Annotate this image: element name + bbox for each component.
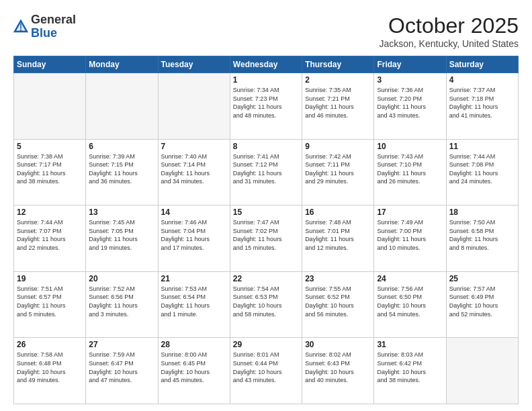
- day-number: 16: [305, 208, 371, 217]
- weekday-header-thursday: Thursday: [302, 56, 374, 73]
- calendar-cell: 1Sunrise: 7:34 AM Sunset: 7:23 PM Daylig…: [230, 73, 302, 140]
- day-info: Sunrise: 7:44 AM Sunset: 7:07 PM Dayligh…: [17, 218, 83, 252]
- day-number: 19: [17, 274, 83, 283]
- week-row-5: 26Sunrise: 7:58 AM Sunset: 6:48 PM Dayli…: [14, 338, 519, 404]
- calendar-cell: 14Sunrise: 7:46 AM Sunset: 7:04 PM Dayli…: [158, 205, 230, 272]
- day-number: 30: [305, 340, 371, 349]
- calendar-cell: 7Sunrise: 7:40 AM Sunset: 7:14 PM Daylig…: [158, 139, 230, 205]
- calendar-cell: 20Sunrise: 7:52 AM Sunset: 6:56 PM Dayli…: [86, 271, 158, 338]
- day-number: 27: [89, 340, 154, 349]
- calendar-cell: 11Sunrise: 7:44 AM Sunset: 7:08 PM Dayli…: [446, 139, 518, 205]
- calendar-cell: 15Sunrise: 7:47 AM Sunset: 7:02 PM Dayli…: [230, 205, 302, 272]
- day-number: 25: [449, 274, 515, 283]
- calendar-cell: 17Sunrise: 7:49 AM Sunset: 7:00 PM Dayli…: [374, 205, 446, 272]
- day-info: Sunrise: 7:54 AM Sunset: 6:53 PM Dayligh…: [233, 285, 299, 318]
- logo-blue-text: Blue: [31, 26, 57, 40]
- calendar-cell: 31Sunrise: 8:03 AM Sunset: 6:42 PM Dayli…: [374, 338, 446, 404]
- day-info: Sunrise: 8:03 AM Sunset: 6:42 PM Dayligh…: [377, 351, 443, 384]
- day-info: Sunrise: 7:41 AM Sunset: 7:12 PM Dayligh…: [233, 152, 299, 186]
- weekday-header-row: SundayMondayTuesdayWednesdayThursdayFrid…: [14, 56, 519, 73]
- day-number: 6: [89, 142, 154, 151]
- header: General Blue October 2025 Jackson, Kentu…: [13, 13, 519, 49]
- title-block: October 2025 Jackson, Kentucky, United S…: [379, 13, 519, 49]
- day-number: 31: [377, 340, 443, 349]
- calendar-cell: 26Sunrise: 7:58 AM Sunset: 6:48 PM Dayli…: [14, 338, 86, 404]
- weekday-header-wednesday: Wednesday: [230, 56, 302, 73]
- day-number: 2: [305, 75, 371, 85]
- day-info: Sunrise: 7:56 AM Sunset: 6:50 PM Dayligh…: [377, 285, 443, 318]
- day-number: 22: [233, 274, 299, 283]
- day-number: 24: [377, 274, 443, 283]
- day-info: Sunrise: 7:58 AM Sunset: 6:48 PM Dayligh…: [17, 351, 83, 384]
- day-number: 7: [161, 142, 227, 151]
- calendar-cell: 25Sunrise: 7:57 AM Sunset: 6:49 PM Dayli…: [446, 271, 518, 338]
- weekday-header-monday: Monday: [86, 56, 158, 73]
- calendar-cell: 2Sunrise: 7:35 AM Sunset: 7:21 PM Daylig…: [302, 73, 374, 140]
- calendar-cell: 9Sunrise: 7:42 AM Sunset: 7:11 PM Daylig…: [302, 139, 374, 205]
- logo-icon: [13, 19, 28, 34]
- calendar-cell: 13Sunrise: 7:45 AM Sunset: 7:05 PM Dayli…: [86, 205, 158, 272]
- day-info: Sunrise: 7:46 AM Sunset: 7:04 PM Dayligh…: [161, 218, 227, 252]
- calendar-cell: [158, 73, 230, 140]
- day-number: 17: [377, 208, 443, 217]
- calendar-cell: 3Sunrise: 7:36 AM Sunset: 7:20 PM Daylig…: [374, 73, 446, 140]
- day-number: 12: [17, 208, 83, 217]
- calendar-cell: 12Sunrise: 7:44 AM Sunset: 7:07 PM Dayli…: [14, 205, 86, 272]
- weekday-header-saturday: Saturday: [446, 56, 518, 73]
- day-number: 20: [89, 274, 154, 283]
- day-info: Sunrise: 7:45 AM Sunset: 7:05 PM Dayligh…: [89, 218, 154, 252]
- day-info: Sunrise: 7:52 AM Sunset: 6:56 PM Dayligh…: [89, 285, 154, 318]
- calendar-cell: 5Sunrise: 7:38 AM Sunset: 7:17 PM Daylig…: [14, 139, 86, 205]
- day-info: Sunrise: 7:38 AM Sunset: 7:17 PM Dayligh…: [17, 152, 83, 186]
- day-number: 18: [449, 208, 515, 217]
- day-info: Sunrise: 7:57 AM Sunset: 6:49 PM Dayligh…: [449, 285, 515, 318]
- day-info: Sunrise: 8:01 AM Sunset: 6:44 PM Dayligh…: [233, 351, 299, 384]
- day-number: 10: [377, 142, 443, 151]
- calendar-cell: 21Sunrise: 7:53 AM Sunset: 6:54 PM Dayli…: [158, 271, 230, 338]
- day-info: Sunrise: 8:02 AM Sunset: 6:43 PM Dayligh…: [305, 351, 371, 384]
- day-info: Sunrise: 7:37 AM Sunset: 7:18 PM Dayligh…: [449, 86, 515, 120]
- calendar-cell: 8Sunrise: 7:41 AM Sunset: 7:12 PM Daylig…: [230, 139, 302, 205]
- calendar-cell: 4Sunrise: 7:37 AM Sunset: 7:18 PM Daylig…: [446, 73, 518, 140]
- day-number: 14: [161, 208, 227, 217]
- calendar-cell: 16Sunrise: 7:48 AM Sunset: 7:01 PM Dayli…: [302, 205, 374, 272]
- day-number: 15: [233, 208, 299, 217]
- logo: General Blue: [13, 13, 76, 40]
- week-row-4: 19Sunrise: 7:51 AM Sunset: 6:57 PM Dayli…: [14, 271, 519, 338]
- calendar-cell: 29Sunrise: 8:01 AM Sunset: 6:44 PM Dayli…: [230, 338, 302, 404]
- day-number: 5: [17, 142, 83, 151]
- day-info: Sunrise: 7:53 AM Sunset: 6:54 PM Dayligh…: [161, 285, 227, 318]
- day-info: Sunrise: 7:39 AM Sunset: 7:15 PM Dayligh…: [89, 152, 154, 186]
- day-number: 26: [17, 340, 83, 349]
- day-number: 3: [377, 75, 443, 85]
- week-row-1: 1Sunrise: 7:34 AM Sunset: 7:23 PM Daylig…: [14, 73, 519, 140]
- day-number: 21: [161, 274, 227, 283]
- day-info: Sunrise: 7:43 AM Sunset: 7:10 PM Dayligh…: [377, 152, 443, 186]
- day-number: 11: [449, 142, 515, 151]
- calendar-cell: 23Sunrise: 7:55 AM Sunset: 6:52 PM Dayli…: [302, 271, 374, 338]
- calendar-cell: 18Sunrise: 7:50 AM Sunset: 6:58 PM Dayli…: [446, 205, 518, 272]
- week-row-2: 5Sunrise: 7:38 AM Sunset: 7:17 PM Daylig…: [14, 139, 519, 205]
- day-info: Sunrise: 7:48 AM Sunset: 7:01 PM Dayligh…: [305, 218, 371, 252]
- calendar-cell: 30Sunrise: 8:02 AM Sunset: 6:43 PM Dayli…: [302, 338, 374, 404]
- day-info: Sunrise: 7:51 AM Sunset: 6:57 PM Dayligh…: [17, 285, 83, 318]
- day-info: Sunrise: 7:55 AM Sunset: 6:52 PM Dayligh…: [305, 285, 371, 318]
- day-number: 23: [305, 274, 371, 283]
- weekday-header-tuesday: Tuesday: [158, 56, 230, 73]
- day-number: 29: [233, 340, 299, 349]
- day-number: 13: [89, 208, 154, 217]
- calendar-table: SundayMondayTuesdayWednesdayThursdayFrid…: [13, 56, 519, 404]
- day-info: Sunrise: 8:00 AM Sunset: 6:45 PM Dayligh…: [161, 351, 227, 384]
- calendar-cell: 10Sunrise: 7:43 AM Sunset: 7:10 PM Dayli…: [374, 139, 446, 205]
- calendar-cell: 27Sunrise: 7:59 AM Sunset: 6:47 PM Dayli…: [86, 338, 158, 404]
- calendar-cell: [14, 73, 86, 140]
- day-number: 8: [233, 142, 299, 151]
- page: General Blue October 2025 Jackson, Kentu…: [0, 0, 532, 411]
- day-number: 9: [305, 142, 371, 151]
- calendar-cell: 19Sunrise: 7:51 AM Sunset: 6:57 PM Dayli…: [14, 271, 86, 338]
- calendar-cell: 22Sunrise: 7:54 AM Sunset: 6:53 PM Dayli…: [230, 271, 302, 338]
- day-info: Sunrise: 7:42 AM Sunset: 7:11 PM Dayligh…: [305, 152, 371, 186]
- day-info: Sunrise: 7:34 AM Sunset: 7:23 PM Dayligh…: [233, 86, 299, 120]
- day-info: Sunrise: 7:35 AM Sunset: 7:21 PM Dayligh…: [305, 86, 371, 120]
- calendar-cell: 24Sunrise: 7:56 AM Sunset: 6:50 PM Dayli…: [374, 271, 446, 338]
